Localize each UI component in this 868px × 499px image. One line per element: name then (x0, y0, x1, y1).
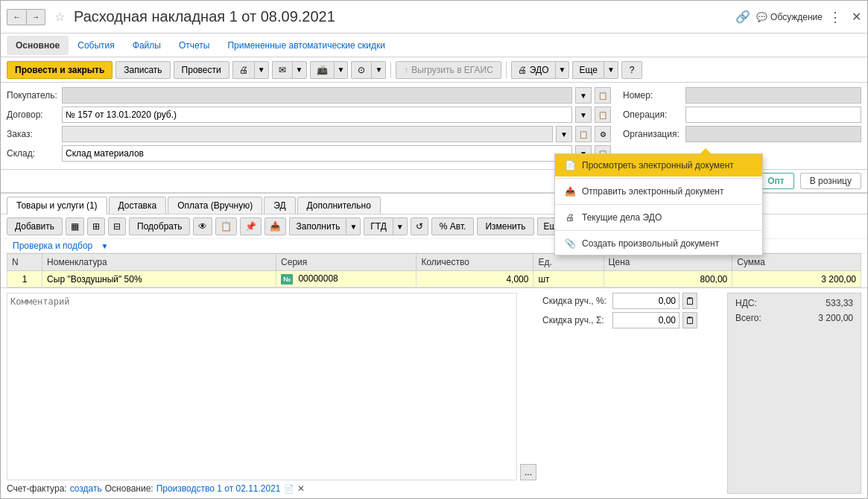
col-header-price: Цена (604, 254, 732, 271)
order-extra-btn[interactable]: ⚙ (595, 126, 611, 142)
form-and-dropdown: Покупатель: ▼ 📋 Договор: ▼ 📋 Заказ: (1, 83, 867, 194)
edo-arrow-button[interactable]: ▼ (555, 61, 570, 79)
discount-sum-icon-btn[interactable]: 🗒 (682, 312, 697, 328)
edo-button[interactable]: 🖨 ЭДО (511, 61, 555, 79)
fill-arrow-btn[interactable]: ▼ (346, 217, 361, 235)
discuss-button[interactable]: 💬 Обсуждение (756, 12, 823, 22)
buyer-label: Покупатель: (7, 90, 59, 101)
opt-button[interactable]: Опт (758, 173, 793, 189)
print-icon-btn[interactable]: 🖨 (232, 61, 254, 79)
link-icon[interactable]: 🔗 (735, 10, 750, 24)
add-button[interactable]: Добавить (7, 217, 63, 235)
tab-files[interactable]: Файлы (124, 36, 170, 55)
close-button[interactable]: ✕ (852, 10, 861, 24)
operation-input[interactable] (685, 107, 861, 123)
tab-reports[interactable]: Отчеты (170, 36, 218, 55)
print-group: 🖨 ▼ (232, 61, 269, 79)
discount-pct-icon-btn[interactable]: 🗒 (682, 293, 697, 309)
chat-icon: 💬 (756, 12, 767, 22)
post-close-button[interactable]: Провести и закрыть (7, 61, 113, 79)
pct-aut-button[interactable]: % Авт. (431, 217, 475, 235)
title-bar: ← → ☆ Расходная накладная 1 от 08.09.202… (1, 1, 867, 34)
tab-extra[interactable]: Дополнительно (297, 197, 381, 214)
tab-ed[interactable]: ЭД (264, 197, 295, 214)
buyer-open-btn[interactable]: 📋 (595, 87, 611, 104)
more-label-btn[interactable]: Еще (572, 61, 603, 79)
post-button[interactable]: Провести (174, 61, 229, 79)
verify-link[interactable]: Проверка и подбор (7, 239, 98, 252)
comment-textarea[interactable] (7, 293, 517, 480)
paste-icon-btn[interactable]: 📌 (240, 217, 262, 235)
tab-main[interactable]: Основное (7, 36, 69, 55)
grid-icon-btn[interactable]: ⊞ (87, 217, 105, 235)
tab-payment[interactable]: Оплата (Вручную) (168, 197, 262, 214)
tab-goods[interactable]: Товары и услуги (1) (7, 197, 107, 214)
buyer-input[interactable] (62, 87, 572, 104)
barcode-icon-btn[interactable]: ▦ (66, 217, 84, 235)
tab-events[interactable]: События (69, 36, 124, 55)
order-dropdown-btn[interactable]: ▼ (556, 126, 572, 142)
basis-link[interactable]: Производство 1 от 02.11.2021 (156, 483, 281, 494)
import-icon-btn[interactable]: 📥 (264, 217, 286, 235)
eye-icon-btn[interactable]: 👁 (193, 217, 212, 235)
gtd-button[interactable]: ГТД (364, 217, 393, 235)
main-tabs: Основное События Файлы Отчеты Примененны… (1, 34, 867, 57)
basis-doc-icon: 📄 (284, 484, 294, 494)
contract-open-btn[interactable]: 📋 (595, 107, 611, 123)
gtd-group: ГТД ▼ (364, 217, 407, 235)
buyer-dropdown-btn[interactable]: ▼ (575, 87, 592, 104)
main-window: ← → ☆ Расходная накладная 1 от 08.09.202… (0, 0, 868, 499)
organization-label: Организация: (623, 129, 682, 139)
contract-dropdown-btn[interactable]: ▼ (575, 107, 592, 123)
dropdown-item-affairs[interactable]: 🖨 Текущие дела ЭДО (555, 206, 762, 229)
circle-btn[interactable]: ⊙ (351, 61, 371, 79)
col-header-sum: Сумма (732, 254, 861, 271)
table-icon-btn[interactable]: ⊟ (108, 217, 126, 235)
nds-row: НДС: 533,33 (735, 298, 853, 308)
discount-pct-input[interactable] (612, 293, 679, 309)
warehouse-input[interactable] (62, 145, 572, 162)
email-arrow-btn[interactable]: ▼ (292, 61, 307, 79)
eye-icon: 👁 (198, 221, 207, 232)
more-arrow-btn[interactable]: ▼ (604, 61, 618, 79)
help-button[interactable]: ? (621, 61, 643, 79)
barcode-icon: ▦ (71, 221, 79, 232)
retail-button[interactable]: В розницу (800, 173, 861, 189)
fill-button[interactable]: Заполнить (289, 217, 346, 235)
dropdown-item-send[interactable]: 📤 Отправить электронный документ (555, 180, 762, 203)
discount-sum-input[interactable] (612, 312, 679, 328)
print-arrow-btn[interactable]: ▼ (254, 61, 269, 79)
favorite-button[interactable]: ☆ (54, 10, 65, 24)
egais-upload-button[interactable]: ↑ Выгрузить в ЕГАИС (396, 61, 501, 79)
fax-arrow-btn[interactable]: ▼ (334, 61, 349, 79)
copy-icon-btn[interactable]: 📋 (215, 217, 237, 235)
organization-input[interactable] (685, 126, 861, 142)
back-button[interactable]: ← (7, 9, 26, 25)
pick-button[interactable]: Подобрать (129, 217, 190, 235)
order-open-btn[interactable]: 📋 (575, 126, 592, 142)
number-input[interactable] (685, 87, 861, 104)
forward-button[interactable]: → (26, 9, 45, 25)
contract-input[interactable] (62, 107, 572, 123)
operation-label: Операция: (623, 109, 682, 120)
tab-discounts[interactable]: Примененные автоматические скидки (218, 36, 394, 55)
comment-dots-btn[interactable]: ... (520, 464, 536, 480)
edo-label: ЭДО (530, 65, 549, 75)
save-button[interactable]: Записать (115, 61, 170, 79)
change-button[interactable]: Изменить (477, 217, 533, 235)
email-group: ✉ ▼ (272, 61, 307, 79)
refresh-icon-btn[interactable]: ↺ (411, 217, 428, 235)
dropdown-item-view[interactable]: 📄 Просмотреть электронный документ (555, 154, 762, 177)
title-actions: 🔗 💬 Обсуждение ⋮ ✕ (735, 9, 861, 25)
gtd-arrow-btn[interactable]: ▼ (393, 217, 408, 235)
more-options-button[interactable]: ⋮ (829, 9, 843, 25)
table-row[interactable]: 1 Сыр "Воздушный" 50% № 00000008 4,000 ш… (7, 271, 861, 287)
circle-arrow-btn[interactable]: ▼ (371, 61, 386, 79)
email-icon-btn[interactable]: ✉ (272, 61, 292, 79)
invoice-create-link[interactable]: создать (70, 483, 102, 494)
tab-delivery[interactable]: Доставка (109, 197, 167, 214)
fax-icon-btn[interactable]: 📠 (310, 61, 334, 79)
dropdown-item-create[interactable]: 📎 Создать произвольный документ (555, 232, 762, 255)
order-input[interactable] (62, 126, 553, 142)
close-basis-btn[interactable]: ✕ (297, 483, 305, 494)
